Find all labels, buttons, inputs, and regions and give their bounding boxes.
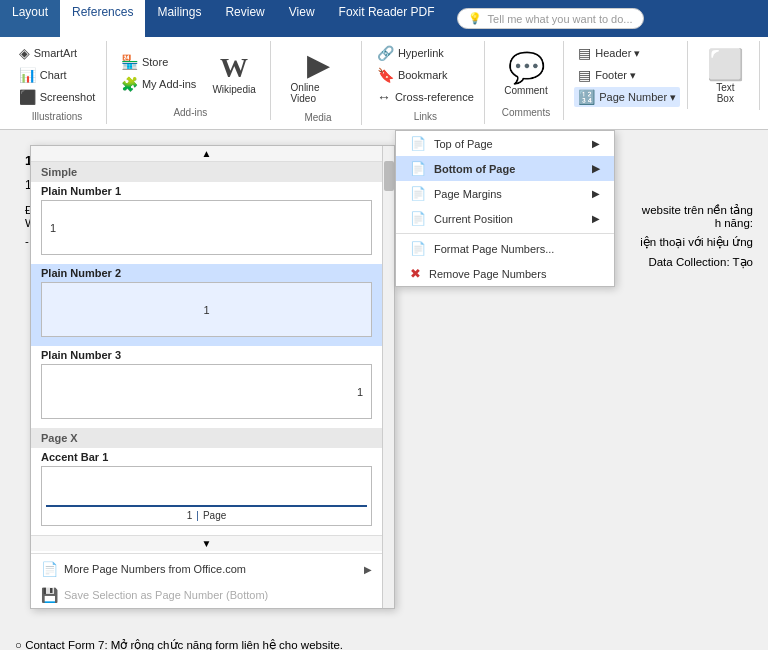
section-simple: Simple — [31, 162, 382, 182]
media-label: Media — [304, 112, 331, 123]
plain-number-3-item[interactable]: Plain Number 3 1 — [31, 346, 382, 428]
accent-bar-number: 1 — [187, 510, 193, 521]
bottom-page-icon: 📄 — [410, 161, 426, 176]
comments-buttons: 💬 Comment — [496, 43, 555, 103]
accent-bar-text: 1 | Page — [46, 510, 367, 521]
group-header-footer: ▤ Header ▾ ▤ Footer ▾ 🔢 Page Number ▾ — [568, 41, 688, 109]
accent1-preview: 1 | Page — [41, 466, 372, 526]
plain-number-2-item[interactable]: Plain Number 2 1 — [31, 264, 382, 346]
addins-buttons: 🏪 Store 🧩 My Add-ins W Wikipedia — [117, 43, 264, 103]
footer-button[interactable]: ▤ Footer ▾ — [574, 65, 680, 85]
screenshot-label: Screenshot — [40, 91, 96, 103]
comment-button[interactable]: 💬 Comment — [496, 43, 555, 103]
save-selection-item: 💾 Save Selection as Page Number (Bottom) — [31, 582, 382, 608]
scroll-down-button[interactable]: ▼ — [31, 535, 382, 551]
dropdown-with-scrollbar: ▲ Simple Plain Number 1 1 — [31, 146, 394, 608]
group-text: ⬜ Text Box — [692, 41, 760, 110]
format-numbers-item[interactable]: 📄 Format Page Numbers... — [396, 236, 614, 261]
bookmark-label: Bookmark — [398, 69, 448, 81]
plain1-title: Plain Number 1 — [41, 185, 372, 197]
store-button[interactable]: 🏪 Store — [117, 52, 200, 72]
tell-me-bar[interactable]: 💡 Tell me what you want to do... — [457, 8, 644, 29]
plain3-number: 1 — [357, 386, 363, 398]
plain1-number: 1 — [50, 222, 56, 234]
cross-ref-label: Cross-reference — [395, 91, 474, 103]
scroll-up-icon: ▲ — [202, 148, 212, 159]
group-addins: 🏪 Store 🧩 My Add-ins W Wikipedia Add-ins — [111, 41, 270, 120]
remove-num-label: Remove Page Numbers — [429, 268, 546, 280]
group-media: ▶ Online Video Media — [275, 41, 363, 125]
footer-icon: ▤ — [578, 67, 591, 83]
page-number-dropdown: ▲ Simple Plain Number 1 1 — [30, 145, 395, 609]
header-label: Header ▾ — [595, 47, 640, 60]
tab-mailings[interactable]: Mailings — [145, 0, 213, 37]
tab-view[interactable]: View — [277, 0, 327, 37]
header-button[interactable]: ▤ Header ▾ — [574, 43, 680, 63]
hyperlink-label: Hyperlink — [398, 47, 444, 59]
screenshot-button[interactable]: ⬛ Screenshot — [15, 87, 100, 107]
tab-layout[interactable]: Layout — [0, 0, 60, 37]
text-box-button[interactable]: ⬜ Text Box — [699, 43, 752, 108]
current-pos-chevron: ▶ — [592, 213, 600, 224]
top-page-label: Top of Page — [434, 138, 493, 150]
dropdown-scrollbar[interactable] — [382, 146, 394, 608]
cross-reference-button[interactable]: ↔ Cross-reference — [373, 87, 478, 107]
page-number-button[interactable]: 🔢 Page Number ▾ — [574, 87, 680, 107]
hyperlink-icon: 🔗 — [377, 45, 394, 61]
remove-num-icon: ✖ — [410, 266, 421, 281]
my-addins-label: My Add-ins — [142, 78, 196, 90]
accent-bar-1-item[interactable]: Accent Bar 1 1 | Page — [31, 448, 382, 535]
ribbon-tabs: Layout References Mailings Review View F… — [0, 0, 768, 37]
lightbulb-icon: 💡 — [468, 12, 482, 25]
text-buttons: ⬜ Text Box — [699, 43, 752, 108]
section-pagex: Page X — [31, 428, 382, 448]
dropdown-items: ▲ Simple Plain Number 1 1 — [31, 146, 382, 608]
tab-review[interactable]: Review — [213, 0, 276, 37]
screenshot-icon: ⬛ — [19, 89, 36, 105]
plain2-preview: 1 — [41, 282, 372, 337]
chart-label: Chart — [40, 69, 67, 81]
page-margins-icon: 📄 — [410, 186, 426, 201]
bookmark-button[interactable]: 🔖 Bookmark — [373, 65, 478, 85]
top-of-page-item[interactable]: 📄 Top of Page ▶ — [396, 131, 614, 156]
cross-ref-icon: ↔ — [377, 89, 391, 105]
smartart-button[interactable]: ◈ SmartArt — [15, 43, 100, 63]
accent-bar-line — [46, 505, 367, 507]
save-selection-icon: 💾 — [41, 587, 58, 603]
tab-foxit[interactable]: Foxit Reader PDF — [327, 0, 447, 37]
plain-number-1-item[interactable]: Plain Number 1 1 — [31, 182, 382, 264]
page-margins-item[interactable]: 📄 Page Margins ▶ — [396, 181, 614, 206]
store-icon: 🏪 — [121, 54, 138, 70]
bottom-bullet: ○ Contact Form 7: Mở rộng chức năng form… — [15, 638, 753, 650]
wikipedia-label: Wikipedia — [212, 84, 255, 95]
group-links: 🔗 Hyperlink 🔖 Bookmark ↔ Cross-reference… — [366, 41, 485, 124]
bottom-of-page-item[interactable]: 📄 Bottom of Page ▶ — [396, 156, 614, 181]
chart-icon: 📊 — [19, 67, 36, 83]
format-num-label: Format Page Numbers... — [434, 243, 554, 255]
more-numbers-icon: 📄 — [41, 561, 58, 577]
wikipedia-button[interactable]: W Wikipedia — [204, 43, 263, 103]
tab-references[interactable]: References — [60, 0, 145, 37]
my-addins-button[interactable]: 🧩 My Add-ins — [117, 74, 200, 94]
format-num-icon: 📄 — [410, 241, 426, 256]
comments-label: Comments — [502, 107, 550, 118]
comment-icon: 💬 — [508, 50, 545, 85]
scrollbar-thumb[interactable] — [384, 161, 394, 191]
current-position-item[interactable]: 📄 Current Position ▶ — [396, 206, 614, 231]
more-page-numbers-item[interactable]: 📄 More Page Numbers from Office.com ▶ — [31, 556, 382, 582]
bookmark-icon: 🔖 — [377, 67, 394, 83]
illustrations-label: Illustrations — [32, 111, 83, 122]
remove-numbers-item[interactable]: ✖ Remove Page Numbers — [396, 261, 614, 286]
plain3-title: Plain Number 3 — [41, 349, 372, 361]
hyperlink-button[interactable]: 🔗 Hyperlink — [373, 43, 478, 63]
my-addins-icon: 🧩 — [121, 76, 138, 92]
bottom-page-label: Bottom of Page — [434, 163, 515, 175]
more-numbers-chevron: ▶ — [364, 564, 372, 575]
chart-button[interactable]: 📊 Chart — [15, 65, 100, 85]
online-video-label: Online Video — [291, 82, 346, 104]
links-buttons: 🔗 Hyperlink 🔖 Bookmark ↔ Cross-reference — [373, 43, 478, 107]
online-video-button[interactable]: ▶ Online Video — [283, 43, 354, 108]
hf-buttons: ▤ Header ▾ ▤ Footer ▾ 🔢 Page Number ▾ — [574, 43, 680, 107]
text-box-icon: ⬜ — [707, 47, 744, 82]
scroll-up-button[interactable]: ▲ — [31, 146, 382, 162]
